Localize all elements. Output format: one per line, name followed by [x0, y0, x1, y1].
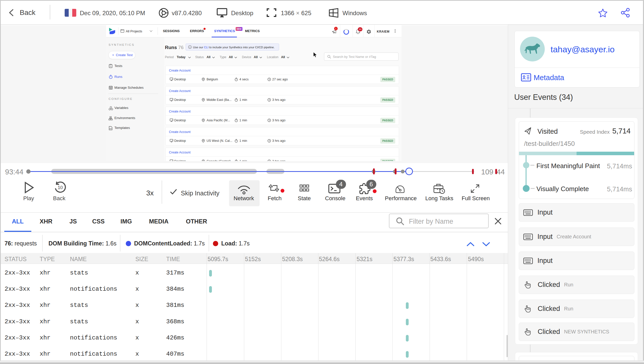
svg-text:10: 10 [58, 185, 63, 190]
